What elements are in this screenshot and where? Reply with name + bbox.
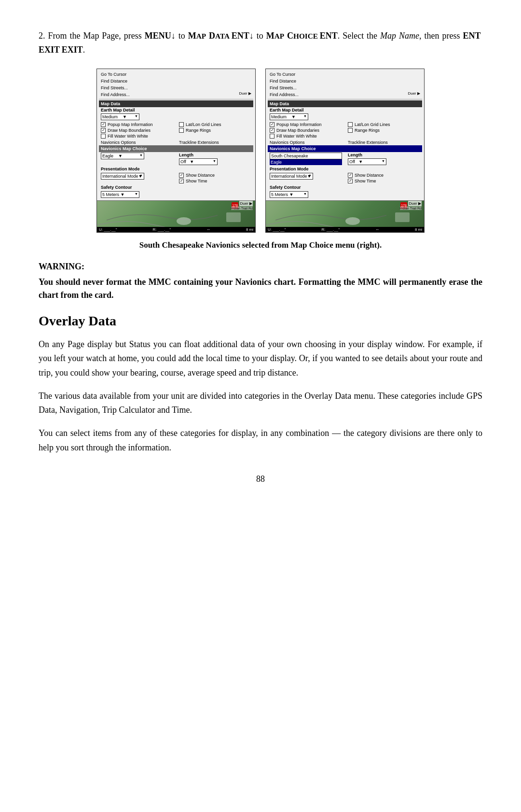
fill-water-checkbox-left[interactable] [101,134,106,139]
intl-dropdown-right[interactable]: International Mode▼ [270,173,313,180]
to-2: to [257,31,263,41]
menu-find-streets-right: Find Streets... [268,84,422,91]
choice-length-cols-right: South Chesapeake Eagle Length Off ▼ [268,152,422,166]
popup-map-row-left: ✓ Popup Map Information [99,122,175,127]
menu-find-distance-left: Find Distance [99,78,253,84]
menu-find-distance-right: Find Distance [268,78,422,84]
divider-left-1 [99,99,253,99]
checkbox-row-1-right: ✓ Popup Map Information Lat/Lon Grid Lin… [268,122,422,127]
map-data-header-left: Map Data [99,100,253,107]
svg-point-0 [177,217,191,225]
draw-boundaries-checkbox-left[interactable]: ✓ [101,128,106,133]
length-label-right: Length [346,152,422,158]
map-svg-left [97,201,255,227]
length-label-left: Length [177,152,253,158]
earth-map-dropdown-left[interactable]: Medium ▼ [101,113,139,120]
ent-key-2: ENT [320,31,338,41]
popup-map-row-right: ✓ Popup Map Information [268,122,344,127]
map-area-right: 178 Duer ▶ Indian Trail Rd [266,200,424,227]
intl-mode-select-right: International Mode▼ [268,172,344,180]
presentation-row-left: International Mode▼ ✓ Show Distance ✓ Sh… [99,172,253,184]
south-chesapeake-normal: South Chesapeake [270,153,342,159]
range-rings-checkbox-left[interactable] [179,128,184,133]
show-distance-row-right: ✓ Show Distance [346,172,422,178]
exit-key-1: EXIT [39,45,60,55]
draw-boundaries-checkbox-right[interactable]: ✓ [270,128,274,133]
draw-boundaries-label-left: Draw Map Boundaries [108,128,151,133]
latlon-checkbox-left[interactable] [179,122,184,127]
navionics-choice-header-right: Navionics Map Choice [268,145,422,152]
warning-body: You should never format the MMC containi… [39,276,482,302]
show-distance-checkbox-left[interactable]: ✓ [179,173,184,178]
navionics-trackline-row-right: Navionics Options Trackline Extensions [268,140,422,145]
show-time-checkbox-right[interactable]: ✓ [348,179,353,183]
show-distance-checkbox-right[interactable]: ✓ [348,173,353,178]
map-data-header-right: Map Data [268,100,422,107]
latlon-checkbox-right[interactable] [348,122,353,127]
popup-map-label-left: Popup Map Information [108,122,153,127]
eagle-dropdown-left[interactable]: Eagle ▼ [101,153,144,159]
intl-dropdown-left[interactable]: International Mode▼ [101,173,144,180]
presentation-row-right: International Mode▼ ✓ Show Distance ✓ Sh… [268,172,422,184]
latlon-label-right: Lat/Lon Grid Lines [355,122,390,127]
presentation-label-right: Presentation Mode [268,166,422,172]
warning-section: WARNING: You should never format the MMC… [39,262,482,302]
menu-find-streets-left: Find Streets... [99,84,253,91]
duer-label-right: Duer ▶ [408,91,420,96]
safety-dropdown-right[interactable]: 5 Meters ▼ [270,191,308,198]
svg-point-1 [345,217,360,225]
right-screenshot: Go To Cursor Find Distance Find Streets.… [265,69,425,233]
map-name-italic: Map Name [380,31,419,41]
body-paragraph-3: You can select items from any of these c… [39,426,482,455]
safety-dropdown-left[interactable]: 5 Meters ▼ [101,191,139,198]
trackline-label-right: Trackline Extensions [346,140,422,145]
safety-select-right: 5 Meters ▼ [268,191,422,198]
status-r-left: R: ___.__" [152,227,171,232]
fill-water-row-right: Fill Water With White [268,133,422,139]
screenshots-container: Go To Cursor Find Distance Find Streets.… [39,69,482,233]
navionics-trackline-row-left: Navionics Options Trackline Extensions [99,140,253,145]
left-screenshot: Go To Cursor Find Distance Find Streets.… [96,69,256,233]
exit-key-2: EXIT [62,45,83,55]
show-time-checkbox-left[interactable]: ✓ [179,179,184,183]
divider-right-1 [268,99,422,99]
status-arrow-right: ↔ [375,227,379,232]
navionics-dropdown-right[interactable]: South Chesapeake [270,153,342,159]
safety-contour-label-left: Safety Contour [99,184,253,191]
menu-goto-cursor-right: Go To Cursor [268,71,422,78]
arrow-down-1: ↓ [171,31,176,41]
latlon-row-left: Lat/Lon Grid Lines [177,122,253,127]
earth-map-select-left: Medium ▼ [99,113,253,121]
length-dropdown-right[interactable]: Off ▼ [348,158,386,165]
checkbox-row-2-left: ✓ Draw Map Boundaries Range Rings [99,127,253,133]
map-status-bar-right: U: ___.__" R: ___.__" ↔ 8 mi [266,227,424,232]
map-area-left: 178 Duer ▶ Indian Trail Rd [97,200,255,227]
range-rings-row-left: Range Rings [177,127,253,133]
range-rings-checkbox-right[interactable] [348,128,353,133]
presentation-label-left: Presentation Mode [99,166,253,172]
popup-map-checkbox-right[interactable]: ✓ [270,122,274,127]
eagle-highlighted: Eagle [270,159,342,165]
popup-map-checkbox-left[interactable]: ✓ [101,122,106,127]
length-select-right: Off ▼ [346,158,422,166]
length-dropdown-left[interactable]: Off ▼ [179,158,218,165]
checkbox-row-2-right: ✓ Draw Map Boundaries Range Rings [268,127,422,133]
map-svg-right [266,201,424,227]
show-time-row-left: ✓ Show Time [177,178,253,184]
range-rings-label-left: Range Rings [186,128,211,133]
show-time-row-right: ✓ Show Time [346,178,422,184]
fill-water-label-right: Fill Water With White [276,134,317,139]
popup-map-label-right: Popup Map Information [276,122,322,127]
latlon-label-left: Lat/Lon Grid Lines [186,122,221,127]
status-r-right: R: ___.__" [321,227,340,232]
length-select-left: Off ▼ [177,158,253,166]
intl-mode-select-left: International Mode▼ [99,172,175,180]
fill-water-checkbox-right[interactable] [270,134,274,139]
map-status-bar-left: U: ___.__" R: ___.__" ↔ 8 mi [97,227,255,232]
earth-map-label-left: Earth Map Detail [99,107,253,113]
caption: South Chesapeake Navionics selected from… [39,240,482,250]
intro-paragraph: 2. From the Map Page, press MENU↓ to Map… [39,29,482,57]
page-number: 88 [39,474,482,484]
menu-find-address-right: Find Address... Duer ▶ [268,91,422,98]
earth-map-dropdown-right[interactable]: Medium ▼ [270,113,308,120]
